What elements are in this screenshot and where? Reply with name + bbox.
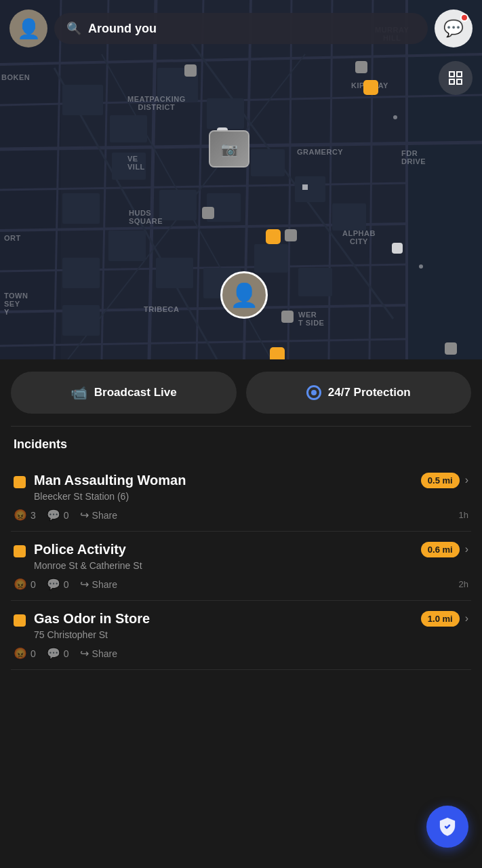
bottom-panel: 📹 Broadcast Live 24/7 Protection Inciden… <box>0 359 482 670</box>
incident-item-1[interactable]: Man Assaulting Woman 0.5 mi › Bleecker S… <box>11 462 471 532</box>
map-pin-gray-2[interactable] <box>355 61 367 73</box>
comment-count-3: 0 <box>64 648 69 659</box>
search-text: Around you <box>88 22 157 36</box>
notification-button[interactable]: 💬 <box>435 9 473 47</box>
reaction-icon-1: 😡 <box>14 509 27 521</box>
incident-actions-3: 😡 0 💬 0 ↪ Share <box>14 647 468 660</box>
share-label-3: Share <box>92 648 117 659</box>
map-pin-gray-3[interactable] <box>202 207 214 219</box>
comment-icon-1: 💬 <box>47 509 60 521</box>
incident-title-row-2: Police Activity 0.6 mi › <box>34 541 468 557</box>
incident-actions-2: 😡 0 💬 0 ↪ Share 2h <box>14 578 468 591</box>
incident-location-2: Monroe St & Catherine St <box>34 560 468 571</box>
map-pin-yellow-2[interactable] <box>266 229 281 244</box>
incident-share-button-1[interactable]: ↪ Share <box>80 509 117 521</box>
chevron-right-icon-2: › <box>465 543 468 555</box>
incident-reaction-button-2[interactable]: 😡 0 <box>14 578 36 591</box>
svg-rect-34 <box>108 231 146 261</box>
svg-rect-37 <box>254 244 288 273</box>
map-pin-gray-1[interactable] <box>184 64 197 77</box>
map-pin-yellow-3[interactable] <box>270 347 285 359</box>
camera-icon: 📹 <box>71 384 87 401</box>
map-pin-gray-6[interactable] <box>445 342 457 355</box>
incident-indicator-1 <box>14 476 26 488</box>
section-divider <box>11 426 471 427</box>
incident-item-3[interactable]: Gas Odor in Store 1.0 mi › 75 Christophe… <box>11 601 471 670</box>
incident-info-3: Gas Odor in Store 1.0 mi › 75 Christophe… <box>34 610 468 640</box>
map-pin-gray-5[interactable] <box>281 311 294 323</box>
incident-actions-1: 😡 3 💬 0 ↪ Share 1h <box>14 509 468 521</box>
incident-info-1: Man Assaulting Woman 0.5 mi › Bleecker S… <box>34 472 468 502</box>
svg-rect-44 <box>449 79 454 84</box>
incident-comment-button-2[interactable]: 💬 0 <box>47 578 69 591</box>
map-header: 👤 🔍 Around you 💬 <box>0 0 482 57</box>
map-container[interactable]: BOKEN MEATPACKINGDISTRICT MURRAYHILL KIP… <box>0 0 482 359</box>
incident-right-3: 1.0 mi › <box>421 611 468 627</box>
incident-top-row-1: Man Assaulting Woman 0.5 mi › Bleecker S… <box>14 472 468 502</box>
svg-rect-40 <box>62 258 100 288</box>
svg-rect-41 <box>62 305 100 336</box>
share-icon-1: ↪ <box>80 509 89 521</box>
search-icon: 🔍 <box>66 21 81 36</box>
incident-comment-button-1[interactable]: 💬 0 <box>47 509 69 521</box>
chevron-right-icon-1: › <box>465 474 468 486</box>
svg-rect-24 <box>62 85 103 115</box>
incident-indicator-2 <box>14 545 26 557</box>
svg-rect-25 <box>110 115 147 142</box>
shield-fab-button[interactable] <box>426 806 468 848</box>
user-avatar-button[interactable]: 👤 <box>9 9 47 47</box>
incident-item-2[interactable]: Police Activity 0.6 mi › Monroe St & Cat… <box>11 532 471 601</box>
protection-ring-icon <box>306 385 321 400</box>
reaction-icon-3: 😡 <box>14 647 27 660</box>
map-dot-3 <box>419 264 423 269</box>
incident-title-3: Gas Odor in Store <box>34 610 150 627</box>
svg-rect-43 <box>457 72 462 77</box>
protection-button[interactable]: 24/7 Protection <box>246 372 472 414</box>
action-buttons-row: 📹 Broadcast Live 24/7 Protection <box>11 372 471 414</box>
comment-icon-2: 💬 <box>47 578 60 591</box>
incident-location-3: 75 Christopher St <box>34 629 468 640</box>
incident-distance-badge-1: 0.5 mi <box>421 473 460 488</box>
svg-rect-28 <box>112 153 146 180</box>
map-incident-thumbnail[interactable]: 📷 <box>209 130 249 167</box>
svg-rect-38 <box>298 268 332 296</box>
svg-rect-29 <box>159 190 197 220</box>
svg-rect-32 <box>295 176 325 202</box>
incident-time-1: 1h <box>459 510 468 520</box>
map-dot-1 <box>302 184 308 190</box>
user-location-pin[interactable]: 👤 <box>220 271 268 319</box>
map-pin-white-2[interactable] <box>392 243 403 254</box>
incident-info-2: Police Activity 0.6 mi › Monroe St & Cat… <box>34 541 468 571</box>
incident-distance-badge-2: 0.6 mi <box>421 542 460 557</box>
map-dot-2 <box>393 115 397 119</box>
reaction-icon-2: 😡 <box>14 578 27 591</box>
comment-count-1: 0 <box>64 510 69 521</box>
map-pin-yellow-1[interactable] <box>363 80 378 95</box>
broadcast-label: Broadcast Live <box>94 386 177 399</box>
svg-rect-33 <box>332 203 366 231</box>
incident-share-button-3[interactable]: ↪ Share <box>80 647 117 660</box>
protection-label: 24/7 Protection <box>328 386 411 399</box>
incident-reaction-button-1[interactable]: 😡 3 <box>14 509 36 521</box>
incidents-section-title: Incidents <box>11 437 471 452</box>
svg-rect-39 <box>62 193 100 224</box>
broadcast-live-button[interactable]: 📹 Broadcast Live <box>11 372 237 414</box>
incident-top-row-2: Police Activity 0.6 mi › Monroe St & Cat… <box>14 541 468 571</box>
map-pin-gray-4[interactable] <box>285 229 297 241</box>
incident-location-1: Bleecker St Station (6) <box>34 491 468 502</box>
incident-time-2: 2h <box>459 579 468 589</box>
search-bar[interactable]: 🔍 Around you <box>54 13 428 44</box>
chevron-right-icon-3: › <box>465 612 468 625</box>
incident-title-1: Man Assaulting Woman <box>34 472 186 488</box>
share-icon-2: ↪ <box>80 578 89 591</box>
map-controls <box>439 61 473 95</box>
svg-rect-42 <box>449 72 454 77</box>
avatar-person-icon: 👤 <box>17 18 41 40</box>
incident-share-button-2[interactable]: ↪ Share <box>80 578 117 591</box>
protection-dot <box>311 390 317 395</box>
reaction-count-3: 0 <box>31 648 36 659</box>
expand-map-button[interactable] <box>439 61 473 95</box>
svg-rect-31 <box>251 149 285 176</box>
incident-reaction-button-3[interactable]: 😡 0 <box>14 647 36 660</box>
incident-comment-button-3[interactable]: 💬 0 <box>47 647 69 660</box>
